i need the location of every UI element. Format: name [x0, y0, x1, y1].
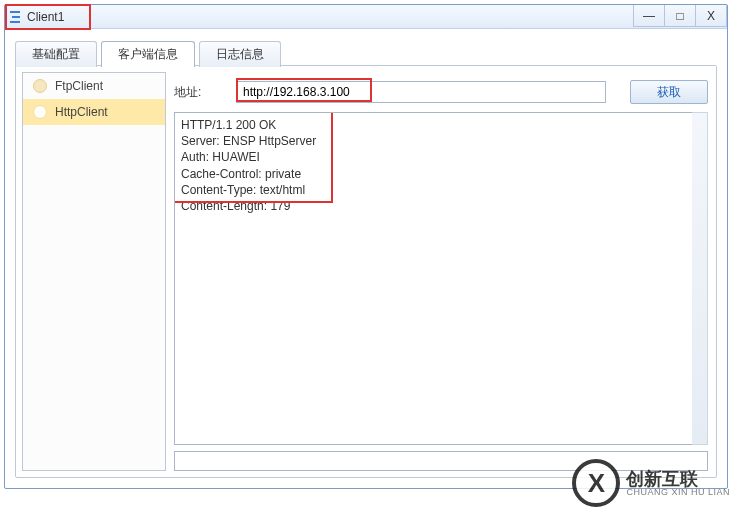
maximize-button[interactable]: □	[664, 5, 696, 27]
client-list: FtpClient HttpClient	[22, 72, 166, 471]
panel-client-info: FtpClient HttpClient 地址: 获取 HTTP/1.1 200…	[15, 65, 717, 478]
watermark-sub: CHUANG XIN HU LIAN	[626, 488, 730, 497]
minimize-button[interactable]: —	[633, 5, 665, 27]
response-line: Content-Length: 179	[181, 198, 701, 214]
ftp-dot-icon	[33, 79, 47, 93]
watermark: X 创新互联 CHUANG XIN HU LIAN	[572, 459, 730, 507]
response-scrollbar-vertical[interactable]	[692, 112, 708, 445]
titlebar[interactable]: Client1 — □ X	[5, 5, 727, 29]
sidebar-item-ftpclient[interactable]: FtpClient	[23, 73, 165, 99]
response-line: HTTP/1.1 200 OK	[181, 117, 701, 133]
app-icon	[7, 9, 23, 25]
sidebar-item-httpclient[interactable]: HttpClient	[23, 99, 165, 125]
watermark-brand: 创新互联	[626, 470, 730, 488]
fetch-button[interactable]: 获取	[630, 80, 708, 104]
http-dot-icon	[33, 105, 47, 119]
response-line: Server: ENSP HttpServer	[181, 133, 701, 149]
address-label: 地址:	[174, 84, 224, 101]
response-line: Cache-Control: private	[181, 166, 701, 182]
response-line: Auth: HUAWEI	[181, 149, 701, 165]
tab-client-info[interactable]: 客户端信息	[101, 41, 195, 67]
content-area: 基础配置 客户端信息 日志信息 FtpClient HttpClient 地址:	[15, 41, 717, 478]
watermark-logo-icon: X	[572, 459, 620, 507]
tabs: 基础配置 客户端信息 日志信息	[15, 41, 717, 67]
response-textarea[interactable]: HTTP/1.1 200 OK Server: ENSP HttpServer …	[174, 112, 708, 445]
tab-basic-config[interactable]: 基础配置	[15, 41, 97, 67]
http-client-main: 地址: 获取 HTTP/1.1 200 OK Server: ENSP Http…	[174, 72, 708, 471]
app-window: Client1 — □ X 基础配置 客户端信息 日志信息 FtpClient …	[4, 4, 728, 489]
tab-log-info[interactable]: 日志信息	[199, 41, 281, 67]
address-input[interactable]	[236, 81, 606, 103]
window-title: Client1	[27, 10, 64, 24]
sidebar-item-label: HttpClient	[55, 105, 108, 119]
response-line: Content-Type: text/html	[181, 182, 701, 198]
close-button[interactable]: X	[695, 5, 727, 27]
sidebar-item-label: FtpClient	[55, 79, 103, 93]
